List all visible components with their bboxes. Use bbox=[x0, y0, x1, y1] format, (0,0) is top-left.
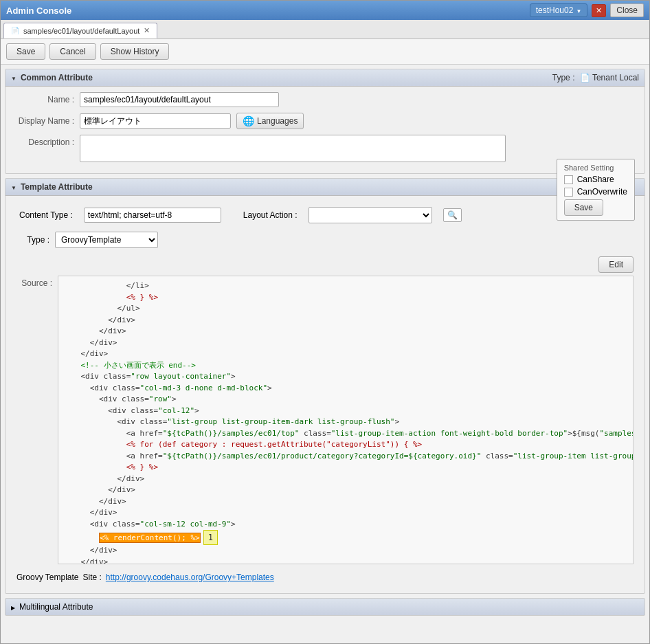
description-label: Description : bbox=[11, 135, 80, 147]
title-bar: Admin Console testHou02 ✕ Close bbox=[1, 1, 649, 20]
tab-label: samples/ec01/layout/defaultLayout bbox=[23, 27, 139, 35]
groovy-link-row: Groovy Template Site : http://groovy.cod… bbox=[11, 570, 639, 588]
template-attribute-section: Template Attribute Content Type : Layout… bbox=[5, 178, 645, 594]
multilingual-attribute-section: Multilingual Attribute bbox=[5, 598, 645, 616]
window-title: Admin Console bbox=[6, 5, 71, 16]
template-attribute-title: Template Attribute bbox=[21, 182, 93, 192]
save-button[interactable]: Save bbox=[6, 43, 45, 60]
code-line-1: </li> bbox=[63, 280, 629, 292]
window-x-button[interactable]: ✕ bbox=[592, 4, 606, 17]
name-row: Name : bbox=[11, 92, 639, 107]
can-overwrite-row: CanOverwrite bbox=[564, 187, 627, 197]
can-share-checkbox[interactable] bbox=[564, 175, 573, 184]
groovy-template-label: Groovy Template bbox=[16, 573, 79, 582]
type-icon: 📄 bbox=[580, 73, 590, 82]
code-line-21: </div> bbox=[63, 507, 629, 519]
display-name-input[interactable] bbox=[80, 113, 231, 129]
tab-icon: 📄 bbox=[11, 27, 19, 34]
close-label: Close bbox=[616, 5, 638, 15]
code-line-17: <% } %> bbox=[63, 462, 629, 474]
user-dropdown-icon bbox=[576, 5, 581, 15]
collapse-multilingual-icon[interactable] bbox=[11, 602, 15, 612]
collapse-common-icon[interactable] bbox=[11, 73, 16, 82]
user-name: testHou02 bbox=[536, 5, 574, 15]
description-textarea[interactable] bbox=[80, 135, 506, 162]
display-name-label: Display Name : bbox=[11, 116, 80, 126]
content-type-label: Content Type : bbox=[19, 210, 73, 220]
can-share-row: CanShare bbox=[564, 175, 627, 184]
can-overwrite-label: CanOverwrite bbox=[577, 187, 627, 197]
code-line-10: <div class="col-md-3 d-none d-md-block"> bbox=[63, 383, 629, 395]
tab-default-layout[interactable]: 📄 samples/ec01/layout/defaultLayout ✕ bbox=[3, 23, 157, 38]
title-bar-right: testHou02 ✕ Close bbox=[530, 3, 644, 17]
can-share-label: CanShare bbox=[577, 175, 614, 184]
type-row: Type : GroovyTemplate Velocity JSP bbox=[11, 229, 639, 254]
languages-button[interactable]: 🌐 Languages bbox=[236, 113, 304, 129]
code-line-12: <div class="col-12"> bbox=[63, 406, 629, 417]
layout-action-search-button[interactable]: 🔍 bbox=[443, 208, 462, 222]
type-display: Type : 📄 Tenant Local bbox=[552, 73, 639, 82]
common-attribute-header: Common Attribute Type : 📄 Tenant Local bbox=[5, 69, 645, 87]
code-line-16: <a href="${tcPath()}/samples/ec01/produc… bbox=[63, 451, 629, 463]
collapse-template-icon[interactable] bbox=[11, 182, 16, 192]
template-attribute-content: Content Type : Layout Action : 🔍 Type : … bbox=[5, 196, 645, 593]
type-value: Tenant Local bbox=[592, 73, 639, 82]
source-area: Source : </li> <% } %> </ul> </div> </di… bbox=[11, 276, 639, 570]
name-input[interactable] bbox=[80, 92, 279, 107]
display-name-row: Display Name : 🌐 Languages bbox=[11, 113, 639, 129]
code-line-24: </div> bbox=[63, 545, 629, 557]
toolbar: Save Cancel Show History bbox=[1, 39, 649, 65]
content-type-input[interactable] bbox=[84, 208, 221, 223]
shared-setting-box: Shared Setting CanShare CanOverwrite Sav… bbox=[557, 159, 635, 221]
code-line-18: </div> bbox=[63, 474, 629, 485]
code-line-25: </div> bbox=[63, 557, 629, 565]
multilingual-title: Multilingual Attribute bbox=[19, 602, 93, 612]
window-close-button[interactable]: Close bbox=[610, 3, 644, 17]
edit-btn-row: Edit bbox=[11, 254, 639, 276]
code-line-2: <% } %> bbox=[63, 292, 629, 304]
source-label: Source : bbox=[16, 276, 58, 564]
shared-save-button[interactable]: Save bbox=[564, 199, 603, 216]
code-line-14: <a href="${tcPath()}/samples/ec01/top" c… bbox=[63, 428, 629, 440]
show-history-button[interactable]: Show History bbox=[100, 43, 170, 60]
code-line-11: <div class="row"> bbox=[63, 394, 629, 406]
code-line-13: <div class="list-group list-group-item-d… bbox=[63, 417, 629, 428]
admin-console-window: Admin Console testHou02 ✕ Close 📄 sample… bbox=[0, 0, 650, 644]
edit-button[interactable]: Edit bbox=[598, 256, 634, 273]
code-line-4: </div> bbox=[63, 315, 629, 326]
common-attribute-section: Common Attribute Type : 📄 Tenant Local N… bbox=[5, 69, 645, 174]
shared-save-row: Save bbox=[564, 199, 627, 216]
type-select[interactable]: GroovyTemplate Velocity JSP bbox=[55, 232, 158, 248]
code-line-9: <div class="row layout-container"> bbox=[63, 371, 629, 383]
layout-action-label: Layout Action : bbox=[243, 210, 298, 220]
code-line-19: </div> bbox=[63, 485, 629, 496]
groovy-site-label: Site : bbox=[83, 573, 102, 582]
type-field-label: Type : bbox=[19, 235, 55, 245]
code-line-8: <!-- 小さい画面で表示 end--> bbox=[63, 360, 629, 372]
code-line-5: </div> bbox=[63, 326, 629, 337]
type-label: Type : bbox=[552, 73, 575, 82]
code-line-22: <div class="col-sm-12 col-md-9"> bbox=[63, 519, 629, 531]
groovy-template-link[interactable]: http://groovy.codehaus.org/Groovy+Templa… bbox=[106, 573, 274, 582]
cancel-button[interactable]: Cancel bbox=[49, 43, 96, 60]
code-line-3: </ul> bbox=[63, 303, 629, 315]
globe-icon: 🌐 bbox=[243, 115, 254, 126]
can-overwrite-checkbox[interactable] bbox=[564, 188, 573, 197]
shared-setting-title: Shared Setting bbox=[564, 164, 627, 172]
code-line-6: </div> bbox=[63, 337, 629, 349]
template-attribute-header: Template Attribute bbox=[5, 179, 645, 196]
content-type-row: Content Type : Layout Action : 🔍 bbox=[11, 201, 639, 229]
languages-label: Languages bbox=[257, 116, 298, 126]
code-line-23: <% renderContent(); %>1 bbox=[63, 530, 629, 545]
user-menu[interactable]: testHou02 bbox=[530, 3, 588, 17]
tab-close-icon[interactable]: ✕ bbox=[144, 26, 150, 35]
source-code-view[interactable]: </li> <% } %> </ul> </div> </div> </div>… bbox=[58, 276, 634, 564]
common-attribute-content: Name : Display Name : 🌐 Languages Descri… bbox=[5, 87, 645, 173]
name-label: Name : bbox=[11, 95, 80, 104]
description-row: Description : bbox=[11, 135, 639, 162]
layout-action-select[interactable] bbox=[309, 207, 432, 223]
code-line-15: <% for (def category : request.getAttrib… bbox=[63, 439, 629, 451]
code-line-20: </div> bbox=[63, 496, 629, 508]
code-line-7: </div> bbox=[63, 348, 629, 360]
common-attribute-title: Common Attribute bbox=[21, 73, 93, 82]
